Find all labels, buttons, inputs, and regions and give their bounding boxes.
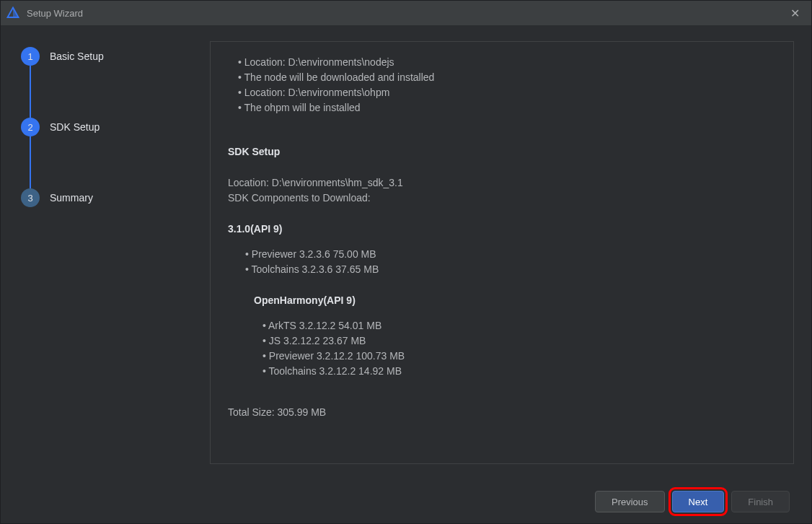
step-label-basic-setup: Basic Setup: [50, 51, 104, 62]
top-notes-list: Location: D:\environments\nodejs The nod…: [228, 55, 776, 115]
sdk-location: Location: D:\environments\hm_sdk_3.1: [228, 175, 776, 191]
step-connector: [30, 136, 31, 188]
sdk-components-label: SDK Components to Download:: [228, 191, 776, 206]
note-item: The node will be downloaded and installe…: [238, 70, 776, 85]
step-label-summary: Summary: [50, 192, 93, 204]
note-item: Location: D:\environments\nodejs: [238, 55, 776, 70]
component-item: JS 3.2.12.2 23.67 MB: [262, 333, 776, 349]
note-item: Location: D:\environments\ohpm: [238, 85, 776, 100]
step-number-1: 1: [21, 47, 40, 66]
component-item: Previewer 3.2.12.2 100.73 MB: [262, 349, 776, 364]
openharmony-heading: OpenHarmony(API 9): [228, 293, 776, 308]
component-item: Toolchains 3.2.12.2 14.92 MB: [262, 364, 776, 379]
close-icon[interactable]: ✕: [785, 4, 806, 23]
step-summary[interactable]: 3 Summary: [21, 188, 210, 207]
component-item: ArkTS 3.2.12.2 54.01 MB: [262, 318, 776, 333]
window-title: Setup Wizard: [27, 8, 83, 19]
api-version-heading: 3.1.0(API 9): [228, 222, 776, 237]
total-size: Total Size: 305.99 MB: [228, 405, 776, 420]
next-button[interactable]: Next: [672, 491, 725, 512]
titlebar: Setup Wizard ✕: [1, 1, 811, 25]
step-basic-setup[interactable]: 1 Basic Setup: [21, 47, 210, 66]
step-label-sdk-setup: SDK Setup: [50, 121, 100, 133]
finish-button: Finish: [731, 491, 790, 512]
wizard-steps-sidebar: 1 Basic Setup 2 SDK Setup 3 Summary: [1, 25, 210, 480]
summary-content: Location: D:\environments\nodejs The nod…: [210, 41, 794, 464]
component-item: Toolchains 3.2.3.6 37.65 MB: [245, 262, 776, 277]
previous-button[interactable]: Previous: [595, 491, 665, 512]
step-number-3: 3: [21, 188, 40, 207]
component-item: Previewer 3.2.3.6 75.00 MB: [245, 247, 776, 262]
step-number-2: 2: [21, 118, 40, 136]
app-logo-icon: [6, 6, 19, 19]
wizard-footer: Previous Next Finish: [1, 480, 811, 523]
step-connector: [30, 66, 31, 118]
sdk-setup-heading: SDK Setup: [228, 144, 776, 160]
note-item: The ohpm will be installed: [238, 100, 776, 115]
openharmony-components-list: ArkTS 3.2.12.2 54.01 MB JS 3.2.12.2 23.6…: [228, 318, 776, 379]
api-components-list: Previewer 3.2.3.6 75.00 MB Toolchains 3.…: [228, 247, 776, 277]
step-sdk-setup[interactable]: 2 SDK Setup: [21, 118, 210, 136]
